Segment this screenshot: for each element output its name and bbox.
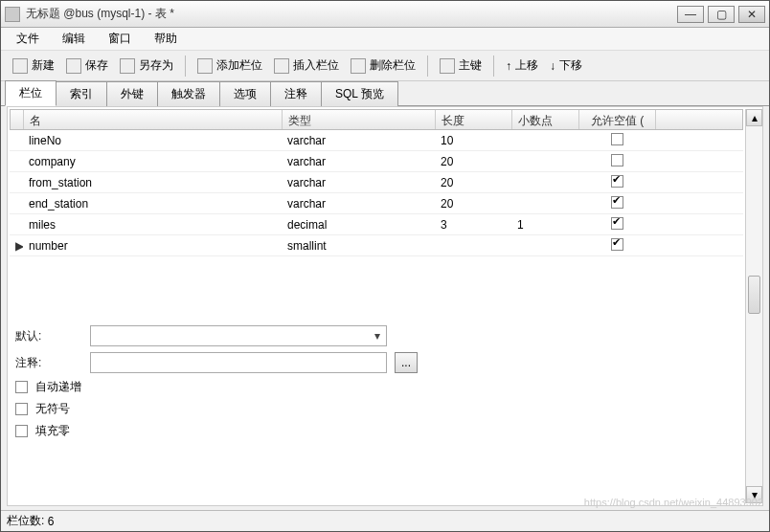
cell-type[interactable]: varchar <box>282 173 435 192</box>
new-button[interactable]: 新建 <box>7 55 60 76</box>
cell-allownull[interactable] <box>578 214 655 235</box>
row-marker <box>10 159 23 165</box>
workarea: 名 类型 长度 小数点 允许空值 ( lineNovarchar10compan… <box>7 106 763 506</box>
move-down-label: 下移 <box>559 57 582 74</box>
allownull-checkbox[interactable] <box>611 133 623 145</box>
table-row[interactable]: from_stationvarchar20 <box>10 172 743 193</box>
cell-name[interactable]: lineNo <box>23 131 282 150</box>
close-button[interactable]: ✕ <box>738 6 765 23</box>
save-button[interactable]: 保存 <box>60 55 114 76</box>
cell-type[interactable]: smallint <box>282 236 435 255</box>
cell-name[interactable]: from_station <box>23 173 282 192</box>
row-marker <box>10 138 23 144</box>
row-marker <box>10 222 23 228</box>
grid-body: lineNovarchar10companyvarchar20from_stat… <box>10 130 743 256</box>
cell-decimals[interactable] <box>511 159 578 165</box>
saveas-button[interactable]: 另存为 <box>114 55 179 76</box>
add-field-label: 添加栏位 <box>216 57 262 74</box>
cell-decimals[interactable] <box>511 243 578 249</box>
menu-edit[interactable]: 编辑 <box>51 29 97 49</box>
move-up-button[interactable]: ↑上移 <box>500 55 544 76</box>
cell-name[interactable]: number <box>23 236 282 255</box>
autoinc-checkbox[interactable] <box>15 381 28 393</box>
comment-label: 注释: <box>15 355 82 371</box>
cell-allownull[interactable] <box>578 130 655 151</box>
menu-file[interactable]: 文件 <box>5 29 51 49</box>
unsigned-label: 无符号 <box>35 401 70 417</box>
add-field-button[interactable]: 添加栏位 <box>192 55 268 76</box>
watermark: https://blog.csdn.net/weixin_44893902 <box>584 497 763 508</box>
tab-foreign-keys[interactable]: 外键 <box>106 81 158 106</box>
menu-help[interactable]: 帮助 <box>143 29 189 49</box>
allownull-checkbox[interactable] <box>611 175 623 188</box>
cell-type[interactable]: decimal <box>282 215 435 234</box>
tab-options[interactable]: 选项 <box>219 81 271 106</box>
allownull-checkbox[interactable] <box>611 217 623 230</box>
cell-length[interactable]: 3 <box>435 215 511 234</box>
move-down-button[interactable]: ↓下移 <box>544 55 588 76</box>
comment-input[interactable] <box>90 352 387 373</box>
grid-header-type[interactable]: 类型 <box>283 110 436 129</box>
cell-allownull[interactable] <box>578 172 655 193</box>
cell-decimals[interactable] <box>511 180 578 186</box>
cell-name[interactable]: company <box>23 152 282 171</box>
grid-header-allownull[interactable]: 允许空值 ( <box>579 110 656 129</box>
menu-window[interactable]: 窗口 <box>97 29 143 49</box>
cell-length[interactable]: 20 <box>435 173 511 192</box>
maximize-button[interactable]: ▢ <box>708 6 735 23</box>
insert-field-button[interactable]: 插入栏位 <box>268 55 345 76</box>
table-row[interactable]: lineNovarchar10 <box>10 130 743 151</box>
field-properties: 默认: 注释: ... 自动递增 无符号 填充零 <box>15 325 739 498</box>
cell-decimals[interactable] <box>511 138 578 144</box>
cell-allownull[interactable] <box>578 151 655 172</box>
insert-field-label: 插入栏位 <box>293 57 339 74</box>
default-label: 默认: <box>15 328 82 344</box>
vertical-scrollbar[interactable]: ▴ ▾ <box>745 109 762 503</box>
table-row[interactable]: ▶numbersmallint <box>10 235 743 256</box>
unsigned-checkbox[interactable] <box>15 403 28 415</box>
cell-type[interactable]: varchar <box>282 152 435 171</box>
comment-browse-button[interactable]: ... <box>395 352 418 373</box>
minimize-button[interactable]: — <box>677 6 704 23</box>
tab-fields[interactable]: 栏位 <box>5 80 57 106</box>
grid-header: 名 类型 长度 小数点 允许空值 ( <box>10 109 743 130</box>
allownull-checkbox[interactable] <box>611 196 623 209</box>
table-row[interactable]: end_stationvarchar20 <box>10 193 743 214</box>
primary-key-button[interactable]: 主键 <box>434 55 487 76</box>
fields-grid[interactable]: 名 类型 长度 小数点 允许空值 ( lineNovarchar10compan… <box>10 109 743 300</box>
cell-length[interactable]: 20 <box>435 194 511 213</box>
scroll-up-button[interactable]: ▴ <box>746 109 762 126</box>
grid-header-length[interactable]: 长度 <box>436 110 512 129</box>
cell-type[interactable]: varchar <box>282 131 435 150</box>
cell-type[interactable]: varchar <box>282 194 435 213</box>
save-label: 保存 <box>85 57 108 74</box>
tab-indexes[interactable]: 索引 <box>56 81 107 106</box>
table-row[interactable]: companyvarchar20 <box>10 151 743 172</box>
cell-name[interactable]: end_station <box>23 194 282 213</box>
cell-length[interactable]: 20 <box>435 152 511 171</box>
default-combo[interactable] <box>90 325 387 346</box>
row-marker <box>10 201 23 207</box>
cell-allownull[interactable] <box>578 235 655 256</box>
cell-length[interactable]: 10 <box>435 131 511 150</box>
tab-triggers[interactable]: 触发器 <box>157 81 220 106</box>
cell-decimals[interactable] <box>511 201 578 207</box>
cell-allownull[interactable] <box>578 193 655 214</box>
saveas-icon <box>120 58 135 74</box>
table-row[interactable]: milesdecimal31 <box>10 214 743 235</box>
allownull-checkbox[interactable] <box>611 154 623 166</box>
toolbar: 新建 保存 另存为 添加栏位 插入栏位 删除栏位 主键 ↑上移 ↓下移 <box>1 51 769 81</box>
zerofill-checkbox[interactable] <box>15 425 28 437</box>
cell-decimals[interactable]: 1 <box>511 215 578 234</box>
delete-field-button[interactable]: 删除栏位 <box>345 55 421 76</box>
cell-length[interactable] <box>435 243 511 249</box>
toolbar-separator <box>427 55 428 77</box>
tab-comment[interactable]: 注释 <box>270 81 322 106</box>
grid-header-decimals[interactable]: 小数点 <box>512 110 579 129</box>
allownull-checkbox[interactable] <box>611 238 623 251</box>
key-icon <box>440 58 455 74</box>
grid-header-name[interactable]: 名 <box>24 110 283 129</box>
scroll-thumb[interactable] <box>748 276 760 314</box>
tab-sql-preview[interactable]: SQL 预览 <box>321 81 398 106</box>
cell-name[interactable]: miles <box>23 215 282 234</box>
